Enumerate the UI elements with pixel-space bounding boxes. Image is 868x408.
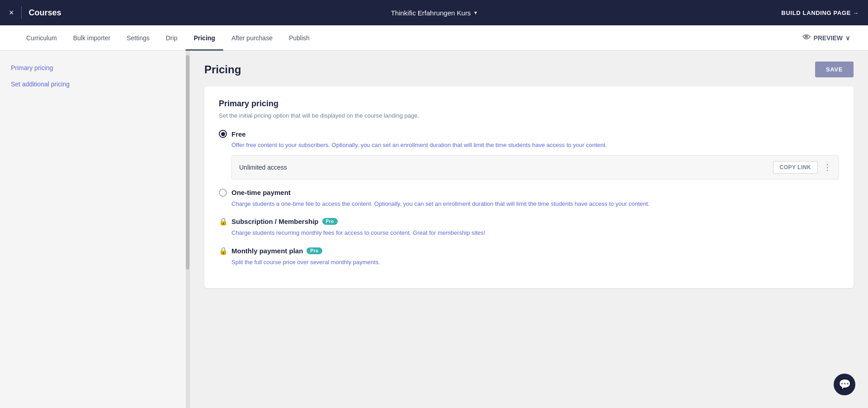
free-radio-row: Free bbox=[219, 130, 839, 138]
subscription-description: Charge students recurring monthly fees f… bbox=[231, 228, 839, 237]
sidebar-item-additional-pricing[interactable]: Set additional pricing bbox=[11, 76, 179, 92]
sidebar-item-primary-pricing[interactable]: Primary pricing bbox=[11, 60, 179, 76]
tab-bulk-importer[interactable]: Bulk importer bbox=[65, 25, 118, 51]
page-header: Pricing SAVE bbox=[204, 62, 854, 77]
chat-bubble[interactable]: 💬 bbox=[834, 374, 855, 395]
preview-label: PREVIEW bbox=[813, 34, 843, 42]
tab-curriculum[interactable]: Curriculum bbox=[18, 25, 65, 51]
sidebar-scrollbar-thumb bbox=[186, 55, 189, 270]
access-label: Unlimited access bbox=[239, 164, 287, 171]
lock-icon: 🔒 bbox=[219, 217, 228, 226]
header-divider bbox=[21, 6, 22, 19]
top-header: × Courses Thinkific Erfahrungen Kurs ▾ B… bbox=[0, 0, 868, 25]
one-time-description: Charge students a one-time fee to access… bbox=[231, 199, 839, 209]
sidebar-scrollbar[interactable] bbox=[186, 51, 189, 408]
nav-tabs-bar: Curriculum Bulk importer Settings Drip P… bbox=[0, 25, 868, 51]
more-options-icon[interactable]: ⋮ bbox=[823, 162, 831, 172]
close-button[interactable]: × bbox=[9, 8, 14, 18]
header-left: × Courses bbox=[9, 6, 61, 19]
page-title: Pricing bbox=[204, 63, 241, 76]
pricing-option-one-time: One-time payment Charge students a one-t… bbox=[219, 189, 839, 209]
monthly-label: Monthly payment plan bbox=[231, 247, 303, 255]
build-landing-button[interactable]: BUILD LANDING PAGE → bbox=[781, 9, 859, 16]
one-time-radio[interactable] bbox=[219, 189, 227, 197]
copy-link-button[interactable]: COPY LINK bbox=[773, 161, 818, 174]
lock-icon-monthly: 🔒 bbox=[219, 247, 228, 255]
subscription-pro-badge: Pro bbox=[322, 218, 338, 225]
tab-after-purchase[interactable]: After purchase bbox=[223, 25, 281, 51]
sidebar: Primary pricing Set additional pricing bbox=[0, 51, 190, 408]
header-center: Thinkific Erfahrungen Kurs ▾ bbox=[391, 9, 477, 17]
free-radio[interactable] bbox=[219, 130, 227, 138]
header-right: BUILD LANDING PAGE → bbox=[781, 9, 859, 16]
subscription-label: Subscription / Membership bbox=[231, 218, 319, 225]
card-subtitle: Set the initial pricing option that will… bbox=[219, 112, 839, 119]
course-name: Thinkific Erfahrungen Kurs bbox=[391, 9, 471, 17]
pricing-option-monthly: 🔒 Monthly payment plan Pro Split the ful… bbox=[219, 247, 839, 267]
save-button[interactable]: SAVE bbox=[815, 62, 854, 77]
preview-button[interactable]: 👁 PREVIEW ∨ bbox=[802, 33, 850, 43]
course-chevron-icon[interactable]: ▾ bbox=[474, 9, 477, 16]
unlimited-access-row: Unlimited access COPY LINK ⋮ bbox=[231, 155, 839, 180]
chat-icon: 💬 bbox=[839, 379, 851, 390]
free-label: Free bbox=[231, 130, 246, 138]
monthly-row: 🔒 Monthly payment plan Pro bbox=[219, 247, 839, 255]
card-title: Primary pricing bbox=[219, 99, 839, 109]
content-area: Pricing SAVE Primary pricing Set the ini… bbox=[190, 51, 868, 408]
tab-publish[interactable]: Publish bbox=[281, 25, 318, 51]
tab-drip[interactable]: Drip bbox=[158, 25, 186, 51]
one-time-label: One-time payment bbox=[231, 189, 291, 196]
pricing-option-subscription: 🔒 Subscription / Membership Pro Charge s… bbox=[219, 217, 839, 237]
tab-pricing[interactable]: Pricing bbox=[185, 25, 223, 51]
eye-icon: 👁 bbox=[802, 33, 811, 43]
main-container: Primary pricing Set additional pricing P… bbox=[0, 51, 868, 408]
monthly-pro-badge: Pro bbox=[307, 247, 322, 254]
monthly-description: Split the full course price over several… bbox=[231, 258, 839, 267]
one-time-radio-row: One-time payment bbox=[219, 189, 839, 197]
tab-settings[interactable]: Settings bbox=[118, 25, 158, 51]
pricing-option-free: Free Offer free content to your subscrib… bbox=[219, 130, 839, 180]
free-description: Offer free content to your subscribers. … bbox=[231, 141, 839, 150]
pricing-card: Primary pricing Set the initial pricing … bbox=[204, 86, 854, 288]
subscription-row: 🔒 Subscription / Membership Pro bbox=[219, 217, 839, 226]
courses-title: Courses bbox=[29, 8, 61, 18]
access-actions: COPY LINK ⋮ bbox=[773, 161, 831, 174]
preview-chevron-icon: ∨ bbox=[845, 34, 850, 42]
